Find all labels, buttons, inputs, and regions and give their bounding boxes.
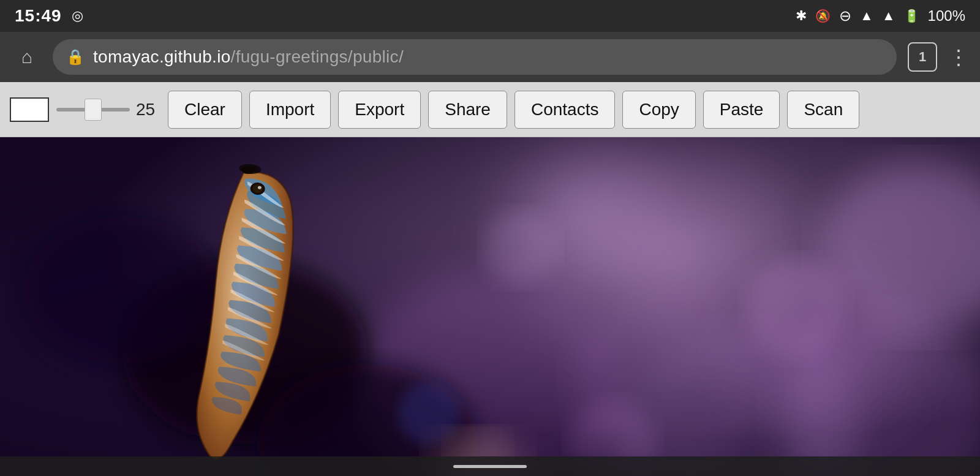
svg-point-19 [747,260,845,358]
status-time: 15:49 [15,6,62,26]
export-button[interactable]: Export [338,91,421,129]
status-bar-right: ✱ 🔕 ⊖ ▲ ▲ 🔋 100% [796,7,965,25]
signal-icon: ▲ [882,8,895,24]
brush-size-slider-container: 25 [56,100,160,119]
canvas-svg [0,137,980,476]
address-bar-row: ⌂ 🔒 tomayac.github.io/fugu-greetings/pub… [0,32,980,82]
paste-button[interactable]: Paste [703,91,780,129]
slider-track[interactable] [56,108,130,111]
import-button[interactable]: Import [249,91,331,129]
clear-button[interactable]: Clear [168,91,242,129]
dnd-icon: ⊖ [839,7,851,25]
nav-hint-bar [0,456,980,476]
scan-button[interactable]: Scan [787,91,859,129]
address-pill[interactable]: 🔒 tomayac.github.io/fugu-greetings/publi… [53,39,897,75]
menu-button[interactable]: ⋮ [948,45,968,69]
address-path: /fugu-greetings/public/ [231,47,404,66]
mute-icon: 🔕 [815,9,831,23]
lock-icon: 🔒 [66,48,85,66]
color-swatch[interactable] [10,97,49,122]
svg-point-20 [398,382,459,444]
status-icon-circle: ◎ [72,8,83,24]
tab-count: 1 [919,49,926,65]
svg-point-18 [484,211,557,284]
wifi-icon: ▲ [860,8,873,24]
main-canvas-area[interactable] [0,137,980,476]
bluetooth-icon: ✱ [796,8,807,24]
slider-thumb[interactable] [85,99,102,121]
toolbar: 25 Clear Import Export Share Contacts Co… [0,82,980,137]
home-icon: ⌂ [21,47,32,67]
tab-count-button[interactable]: 1 [908,42,937,72]
contacts-button[interactable]: Contacts [514,91,616,129]
address-bar-actions: 1 ⋮ [908,42,968,72]
battery-percent: 100% [928,7,965,25]
svg-point-11 [24,217,221,364]
copy-button[interactable]: Copy [622,91,695,129]
status-bar: 15:49 ◎ ✱ 🔕 ⊖ ▲ ▲ 🔋 100% [0,0,980,32]
slider-value: 25 [136,100,160,119]
status-bar-left: 15:49 ◎ [15,6,83,26]
battery-icon: 🔋 [904,9,919,23]
home-button[interactable]: ⌂ [12,42,42,72]
address-base: tomayac.github.io [93,47,231,66]
address-text: tomayac.github.io/fugu-greetings/public/ [93,47,404,67]
share-button[interactable]: Share [428,91,507,129]
nav-hint-line [453,465,527,468]
